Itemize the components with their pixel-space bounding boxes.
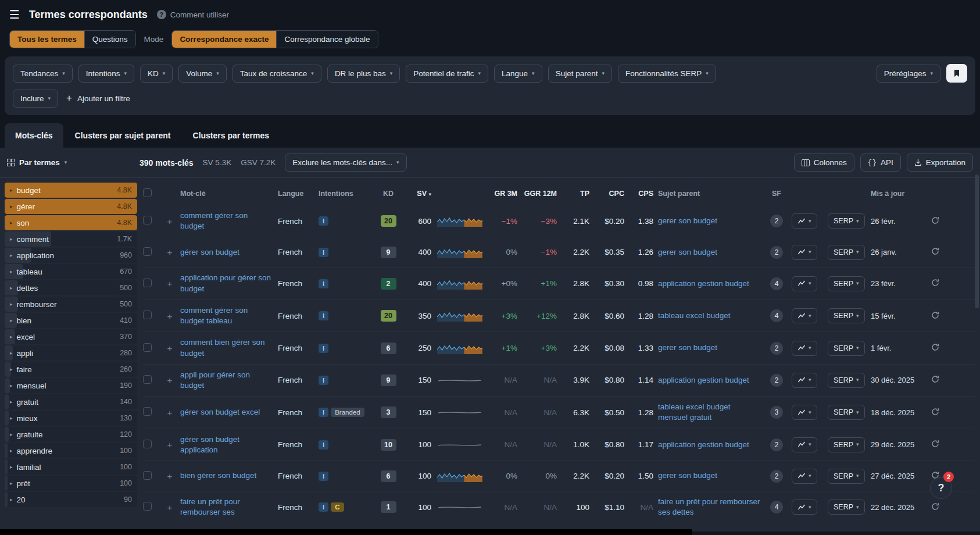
sidebar-term[interactable]: ▸ prêt 100 <box>5 476 137 491</box>
refresh-icon[interactable] <box>931 375 946 385</box>
presets-dropdown[interactable]: Préréglages▾ <box>877 65 940 83</box>
serp-button[interactable]: SERP▾ <box>828 308 865 323</box>
refresh-icon[interactable] <box>931 247 946 257</box>
how-to-use-link[interactable]: ? Comment utiliser <box>157 10 229 19</box>
refresh-icon[interactable] <box>931 311 946 321</box>
filter-dropdown[interactable]: Intentions▾ <box>78 65 134 83</box>
row-checkbox[interactable] <box>143 471 152 480</box>
expand-triangle-icon[interactable]: ▸ <box>10 318 13 323</box>
keyword-link[interactable]: comment gérer son budget <box>180 211 273 231</box>
filter-dropdown[interactable]: Langue▾ <box>494 65 542 83</box>
segment-button[interactable]: Correspondance exacte <box>172 31 276 48</box>
keyword-link[interactable]: comment gérer son budget tableau <box>180 305 273 326</box>
filter-dropdown[interactable]: Taux de croissance▾ <box>233 65 321 83</box>
refresh-icon[interactable] <box>931 440 946 450</box>
parent-topic-link[interactable]: application gestion budget <box>658 279 749 289</box>
sidebar-term[interactable]: ▸ appli 280 <box>5 345 137 361</box>
parent-topic-link[interactable]: gerer son budget <box>658 247 717 258</box>
segment-button[interactable]: Correspondance globale <box>276 31 377 48</box>
serp-button[interactable]: SERP▾ <box>828 469 865 484</box>
sidebar-term[interactable]: ▸ gratuite 120 <box>5 427 137 442</box>
keyword-link[interactable]: faire un prêt pour rembourser ses <box>180 497 273 518</box>
expand-triangle-icon[interactable]: ▸ <box>10 480 13 486</box>
add-keyword-button[interactable]: + <box>164 279 176 288</box>
add-keyword-button[interactable]: + <box>164 247 176 257</box>
header-ggr12m[interactable]: GGR 12M <box>522 190 557 198</box>
expand-triangle-icon[interactable]: ▸ <box>10 334 13 340</box>
filter-dropdown[interactable]: Volume▾ <box>178 65 227 83</box>
keyword-link[interactable]: gérer son budget application <box>180 434 273 455</box>
sidebar-term[interactable]: ▸ comment 1.7K <box>5 231 137 247</box>
expand-triangle-icon[interactable]: ▸ <box>10 366 13 372</box>
serp-features-badge[interactable]: 4 <box>770 501 783 513</box>
export-button[interactable]: Exportation <box>907 154 973 172</box>
exclude-keywords-dropdown[interactable]: Exclure les mots-clés dans...▾ <box>285 154 406 172</box>
serp-features-badge[interactable]: 2 <box>770 438 783 451</box>
position-history-button[interactable]: ▾ <box>792 500 817 515</box>
serp-features-badge[interactable]: 2 <box>770 374 783 387</box>
row-checkbox[interactable] <box>143 440 152 448</box>
refresh-icon[interactable] <box>931 216 946 226</box>
parent-topic-link[interactable]: application gestion budget <box>658 440 749 450</box>
select-all-checkbox[interactable] <box>143 188 152 197</box>
row-checkbox[interactable] <box>143 216 152 224</box>
row-checkbox[interactable] <box>143 502 152 511</box>
position-history-button[interactable]: ▾ <box>792 308 817 323</box>
filter-dropdown[interactable]: DR le plus bas▾ <box>327 65 400 83</box>
sidebar-term[interactable]: ▸ 20 90 <box>5 492 137 507</box>
add-keyword-button[interactable]: + <box>164 375 176 385</box>
refresh-icon[interactable] <box>931 279 946 288</box>
filter-dropdown[interactable]: Fonctionnalités SERP▾ <box>618 65 716 83</box>
expand-triangle-icon[interactable]: ▸ <box>10 187 13 193</box>
expand-triangle-icon[interactable]: ▸ <box>10 204 13 209</box>
sidebar-term[interactable]: ▸ budget 4.8K <box>5 183 137 198</box>
add-keyword-button[interactable]: + <box>164 343 176 353</box>
position-history-button[interactable]: ▾ <box>792 437 817 452</box>
sidebar-term[interactable]: ▸ gérer 4.8K <box>5 199 137 214</box>
segment-button[interactable]: Tous les termes <box>10 31 84 48</box>
header-gr3m[interactable]: GR 3M <box>488 190 517 198</box>
row-checkbox[interactable] <box>143 311 152 319</box>
sidebar-term[interactable]: ▸ bien 410 <box>5 313 137 328</box>
serp-button[interactable]: SERP▾ <box>828 276 865 291</box>
expand-triangle-icon[interactable]: ▸ <box>10 252 13 258</box>
hamburger-menu-icon[interactable]: ☰ <box>9 8 20 22</box>
header-cps[interactable]: CPS <box>629 190 653 198</box>
filter-dropdown[interactable]: Tendances▾ <box>13 65 73 83</box>
filter-dropdown[interactable]: KD▾ <box>140 65 173 83</box>
serp-button[interactable]: SERP▾ <box>828 213 865 229</box>
serp-button[interactable]: SERP▾ <box>828 373 865 388</box>
sidebar-term[interactable]: ▸ dettes 500 <box>5 280 137 295</box>
row-checkbox[interactable] <box>143 375 152 384</box>
parent-topic-link[interactable]: tableau excel budget mensuel gratuit <box>658 402 761 423</box>
filter-dropdown[interactable]: Potentiel de trafic▾ <box>406 65 488 83</box>
expand-triangle-icon[interactable]: ▸ <box>10 448 13 454</box>
position-history-button[interactable]: ▾ <box>792 373 817 388</box>
serp-button[interactable]: SERP▾ <box>828 245 865 260</box>
sidebar-term[interactable]: ▸ mensuel 190 <box>5 378 137 393</box>
sidebar-term[interactable]: ▸ faire 260 <box>5 362 137 377</box>
sidebar-term[interactable]: ▸ gratuit 140 <box>5 394 137 409</box>
refresh-icon[interactable] <box>931 502 946 512</box>
serp-button[interactable]: SERP▾ <box>828 500 865 515</box>
keyword-link[interactable]: gérer son budget excel <box>180 407 260 418</box>
header-parent[interactable]: Sujet parent <box>658 190 761 198</box>
sidebar-term[interactable]: ▸ rembourser 500 <box>5 297 137 312</box>
expand-triangle-icon[interactable]: ▸ <box>10 220 13 226</box>
sidebar-term[interactable]: ▸ excel 370 <box>5 329 137 344</box>
add-filter-button[interactable]: + Ajouter un filtre <box>64 89 133 108</box>
parent-topic-link[interactable]: gerer son budget <box>658 216 717 226</box>
keyword-link[interactable]: application pour gérer son budget <box>180 273 273 294</box>
add-keyword-button[interactable]: + <box>164 216 176 226</box>
header-updated[interactable]: Mis à jour <box>871 190 927 198</box>
position-history-button[interactable]: ▾ <box>792 405 817 420</box>
bookmark-button[interactable] <box>946 64 967 83</box>
expand-triangle-icon[interactable]: ▸ <box>10 497 13 502</box>
tab[interactable]: Clusters par termes <box>183 123 280 148</box>
position-history-button[interactable]: ▾ <box>792 276 817 291</box>
serp-features-badge[interactable]: 2 <box>770 470 783 483</box>
expand-triangle-icon[interactable]: ▸ <box>10 464 13 470</box>
parent-topic-link[interactable]: gerer son budget <box>658 343 717 353</box>
vertical-scrollbar[interactable] <box>975 174 979 308</box>
header-cpc[interactable]: CPC <box>594 190 624 198</box>
